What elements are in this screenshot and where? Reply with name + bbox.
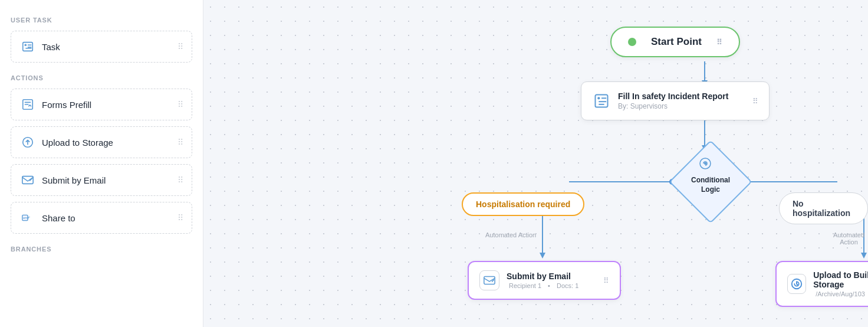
fill-in-task-subtitle: By: Supervisors [618,102,728,110]
section-title-branches: BRANCHES [11,246,192,253]
sidebar-item-share-to[interactable]: HTTP HTTP Share to ⠿ [11,202,192,234]
share-to-drag-handle[interactable]: ⠿ [177,213,183,223]
no-hospitalization-condition-node[interactable]: No hospitalization [779,192,868,224]
svg-marker-19 [540,253,545,259]
svg-point-25 [597,97,600,99]
submit-email-label: Submit by Email [42,175,106,185]
sidebar-item-upload-storage[interactable]: Upload to Storage ⠿ [11,126,192,158]
fill-in-task-node[interactable]: Fill In safety Incident Report By: Super… [581,81,770,120]
share-to-label: Share to [42,213,75,223]
automated-action-left-label: Automated Action [485,231,536,238]
svg-text:HTTP: HTTP [23,217,29,220]
svg-rect-7 [22,176,33,184]
submit-email-node-meta: Recipient 1 • Docs: 1 [507,282,581,289]
svg-rect-0 [23,42,33,51]
upload-storage-label: Upload to Storage [42,138,113,148]
submit-email-node-drag[interactable]: ⠿ [603,276,609,285]
sidebar-item-submit-email[interactable]: Submit by Email ⠿ [11,164,192,196]
upload-cloud-node-meta: /Archive/Aug/103 • Flattened [813,290,868,297]
submit-email-node[interactable]: Submit by Email Recipient 1 • Docs: 1 ⠿ [468,261,621,300]
task-icon [19,38,36,55]
flow-canvas[interactable]: Start Point ⠿ Fill In safety Incident Re… [203,0,868,327]
start-dot [628,38,636,46]
start-drag-handle[interactable]: ⠿ [716,38,722,47]
sidebar-item-task[interactable]: Task ⠿ [11,31,192,63]
svg-point-30 [704,162,706,165]
diamond-shape [669,140,752,223]
conditional-icon [699,157,712,170]
sidebar: USER TASK Task ⠿ ACTIONS [0,0,203,327]
upload-cloud-node-title: Upload to Built-in Cloud Storage [813,270,868,289]
conditional-logic-node[interactable]: Conditional Logic [675,146,746,217]
fill-in-task-title: Fill In safety Incident Report [618,91,728,101]
task-label: Task [42,42,60,52]
automated-action-right-label: Automated Action [830,231,868,246]
submit-email-drag-handle[interactable]: ⠿ [177,175,183,185]
submit-email-icon [19,172,36,188]
forms-prefill-icon [19,96,36,113]
hospitalisation-condition-label: Hospitalisation required [476,200,570,209]
start-point-node[interactable]: Start Point ⠿ [610,27,740,57]
upload-storage-icon [19,134,36,151]
section-title-user-task: USER TASK [11,17,192,24]
start-point-label: Start Point [642,36,711,48]
section-title-actions: ACTIONS [11,74,192,81]
upload-cloud-storage-node[interactable]: Upload to Built-in Cloud Storage /Archiv… [775,261,868,307]
svg-marker-21 [861,253,867,259]
svg-point-1 [25,44,27,46]
svg-rect-24 [596,95,608,107]
task-node-drag-handle[interactable]: ⠿ [752,97,758,106]
hospitalisation-condition-node[interactable]: Hospitalisation required [462,192,584,216]
submit-email-node-title: Submit by Email [507,272,581,281]
no-hospitalization-condition-label: No hospitalization [793,199,854,218]
forms-prefill-drag-handle[interactable]: ⠿ [177,100,183,109]
upload-cloud-icon [787,274,806,294]
fill-in-task-icon [592,91,611,110]
sidebar-item-forms-prefill[interactable]: Forms Prefill ⠿ [11,89,192,120]
upload-storage-drag-handle[interactable]: ⠿ [177,138,183,147]
forms-prefill-label: Forms Prefill [42,100,91,110]
submit-email-node-icon [479,270,499,290]
task-drag-handle[interactable]: ⠿ [177,42,183,51]
share-to-icon: HTTP HTTP [19,210,36,226]
